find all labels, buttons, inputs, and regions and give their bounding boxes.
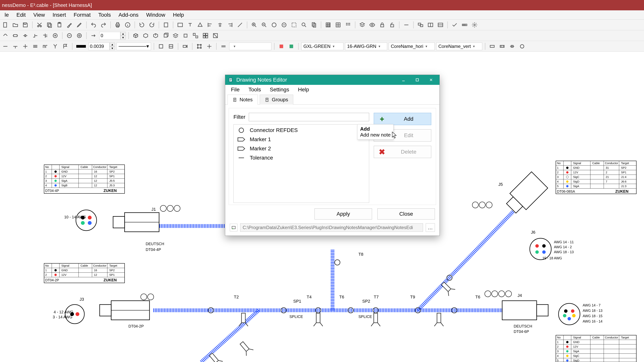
tb-cut-icon[interactable] [35, 21, 44, 29]
tb-brush-icon[interactable] [65, 21, 74, 29]
tb-split-h-icon[interactable] [426, 21, 435, 29]
tb-new-icon[interactable] [1, 21, 10, 29]
tb3-harness1-icon[interactable] [488, 42, 496, 50]
dialog-close-button[interactable] [426, 76, 436, 83]
spin-up-icon[interactable]: ▲ [110, 42, 115, 46]
menu-file[interactable]: le [1, 11, 12, 19]
tb2-cube4-icon[interactable] [162, 31, 170, 40]
tb2-tree-icon[interactable] [41, 31, 50, 40]
tb3-net-icon[interactable] [195, 42, 204, 50]
tb3-harness4-icon[interactable] [518, 42, 526, 50]
spin-down-icon[interactable]: ▼ [120, 36, 126, 39]
tb2-cube8-icon[interactable] [201, 31, 210, 40]
config-path-field[interactable] [240, 223, 423, 232]
line-width-spinner[interactable]: ▲▼ [88, 42, 115, 50]
tb3-mode1-icon[interactable] [157, 42, 165, 50]
tb3-y-icon[interactable] [51, 42, 60, 50]
tb3-harness2-icon[interactable] [498, 42, 506, 50]
tb2-offset-input[interactable] [99, 32, 120, 39]
tb2-cube3-icon[interactable] [152, 31, 160, 40]
notes-list[interactable]: Connector REFDES Marker 1 Marker 2 Toler… [234, 124, 369, 203]
tb-lock-icon[interactable] [378, 21, 386, 29]
tb3-layer-icon[interactable] [219, 42, 228, 50]
tb2-arrow-icon[interactable] [89, 31, 98, 40]
line-weight-swatch[interactable] [76, 45, 86, 48]
apply-button[interactable]: Apply [314, 208, 372, 220]
tb-hrule-icon[interactable] [402, 21, 410, 29]
menu-addons[interactable]: Add-ons [115, 11, 142, 19]
menu-window[interactable]: Window [143, 11, 169, 19]
note-item-connector-refdes[interactable]: Connector REFDES [234, 126, 369, 135]
tb2-splice-icon[interactable] [21, 31, 30, 40]
note-item-tolerance[interactable]: Tolerance [234, 153, 369, 162]
tb-pencil-icon[interactable] [75, 21, 84, 29]
tb2-cube7-icon[interactable] [191, 31, 200, 40]
tb2-branch-icon[interactable] [31, 31, 40, 40]
menu-view[interactable]: View [30, 11, 48, 19]
tb-rotate-left-icon[interactable] [138, 21, 146, 29]
tb-line-icon[interactable] [236, 21, 244, 29]
dlg-menu-settings[interactable]: Settings [266, 85, 293, 94]
tb-zoom-prev-icon[interactable] [300, 21, 308, 29]
tb2-cube1-icon[interactable] [132, 31, 140, 40]
tb-shape-icon[interactable] [196, 21, 204, 29]
tb2-conn-icon[interactable] [11, 31, 20, 40]
spin-up-icon[interactable]: ▲ [120, 32, 126, 36]
tb2-cube2-icon[interactable] [142, 31, 150, 40]
tb-zoom-100-icon[interactable] [280, 21, 288, 29]
tb-multiwin-icon[interactable] [416, 21, 425, 29]
menu-format[interactable]: Format [70, 11, 94, 19]
tb-redo-icon[interactable] [99, 21, 108, 29]
tb-split-v-icon[interactable] [436, 21, 445, 29]
tb3-flag-icon[interactable] [61, 42, 70, 50]
tb3-wire-icon[interactable] [1, 42, 10, 50]
tb-settings-icon[interactable] [470, 21, 479, 29]
tab-notes[interactable]: Notes [228, 95, 258, 105]
tb-info-icon[interactable] [124, 21, 132, 29]
tb-sheets-icon[interactable] [310, 21, 318, 29]
dialog-minimize-button[interactable] [398, 76, 409, 83]
tb3-col2-icon[interactable] [287, 42, 296, 50]
tb3-wirecross-icon[interactable] [21, 42, 30, 50]
tb-check-icon[interactable] [450, 21, 459, 29]
layer-combo[interactable]: ▾ [229, 42, 272, 50]
browse-path-button[interactable]: … [426, 223, 435, 232]
tb-zoom-fit-icon[interactable] [270, 21, 278, 29]
tb-grid-show-icon[interactable] [344, 21, 352, 29]
close-button[interactable]: Close [378, 208, 435, 220]
menu-edit[interactable]: Edit [13, 11, 29, 19]
tb-text-icon[interactable] [186, 21, 194, 29]
tb-copy-icon[interactable] [45, 21, 54, 29]
note-item-marker-1[interactable]: Marker 1 [234, 135, 369, 144]
tb3-label-icon[interactable] [181, 42, 189, 50]
tb-grid-snap-icon[interactable] [334, 21, 342, 29]
tb-visible-icon[interactable] [368, 21, 376, 29]
tb-open-icon[interactable] [11, 21, 20, 29]
tb-print-icon[interactable] [114, 21, 122, 29]
line-width-input[interactable] [88, 42, 110, 50]
add-note-button[interactable]: + Add [374, 113, 431, 125]
tb3-mode2-icon[interactable] [167, 42, 175, 50]
delete-note-button[interactable]: ✖ Delete [374, 146, 431, 158]
corename-v-combo[interactable]: CoreName_vert▾ [436, 42, 482, 50]
tb-undo-icon[interactable] [89, 21, 98, 29]
dialog-titlebar[interactable]: Drawing Notes Editor [225, 75, 440, 85]
tb2-cube6-icon[interactable] [181, 31, 190, 40]
corename-h-combo[interactable]: CoreName_hori▾ [389, 42, 435, 50]
menu-insert[interactable]: Insert [49, 11, 70, 19]
tb2-cube9-icon[interactable] [211, 31, 220, 40]
tb-zoom-area-icon[interactable] [290, 21, 298, 29]
tb3-bundle-icon[interactable] [31, 42, 40, 50]
wire-color-combo[interactable]: GXL-GREEN▾ [301, 42, 344, 50]
tb3-route-icon[interactable] [41, 42, 50, 50]
tb-paste-icon[interactable] [55, 21, 64, 29]
spin-down-icon[interactable]: ▼ [110, 46, 115, 50]
tb-grid-icon[interactable] [324, 21, 332, 29]
tab-groups[interactable]: Groups [260, 95, 293, 105]
tb-align-left-icon[interactable] [206, 21, 214, 29]
tb3-col1-icon[interactable] [277, 42, 286, 50]
wire-gauge-combo[interactable]: 16-AWG-GRN▾ [345, 42, 387, 50]
tb-zoom-out-icon[interactable] [260, 21, 268, 29]
tb3-harness3-icon[interactable] [508, 42, 516, 50]
tb2-remove-icon[interactable] [65, 31, 74, 40]
